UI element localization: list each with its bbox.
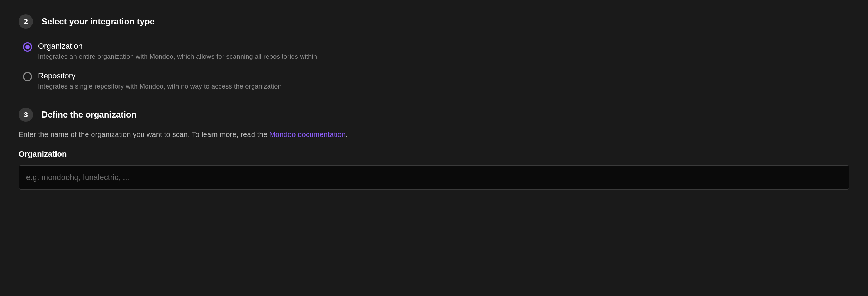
step-3-title: Define the organization	[42, 110, 136, 120]
organization-input[interactable]	[19, 165, 849, 190]
radio-label-repository: Repository	[38, 71, 282, 81]
radio-icon	[23, 42, 32, 52]
documentation-link[interactable]: Mondoo documentation	[269, 130, 346, 138]
radio-option-repository[interactable]: Repository Integrates a single repositor…	[23, 71, 849, 90]
step-3-instruction: Enter the name of the organization you w…	[19, 130, 849, 139]
radio-description-repository: Integrates a single repository with Mond…	[38, 83, 282, 90]
step-3-number: 3	[24, 110, 28, 119]
step-2-number-badge: 2	[19, 14, 33, 29]
radio-label-organization: Organization	[38, 42, 317, 51]
organization-field-label: Organization	[19, 149, 849, 159]
instruction-prefix: Enter the name of the organization you w…	[19, 130, 269, 138]
radio-option-organization[interactable]: Organization Integrates an entire organi…	[23, 42, 849, 61]
instruction-suffix: .	[346, 130, 348, 138]
step-3-number-badge: 3	[19, 108, 33, 122]
radio-icon	[23, 72, 32, 81]
step-2-header: 2 Select your integration type	[19, 14, 849, 29]
radio-content: Organization Integrates an entire organi…	[38, 42, 317, 61]
step-2-title: Select your integration type	[42, 16, 155, 27]
radio-description-organization: Integrates an entire organization with M…	[38, 53, 317, 61]
step-2-number: 2	[24, 17, 28, 26]
radio-content: Repository Integrates a single repositor…	[38, 71, 282, 90]
step-3-header: 3 Define the organization	[19, 108, 849, 122]
integration-type-radio-group: Organization Integrates an entire organi…	[23, 42, 849, 90]
